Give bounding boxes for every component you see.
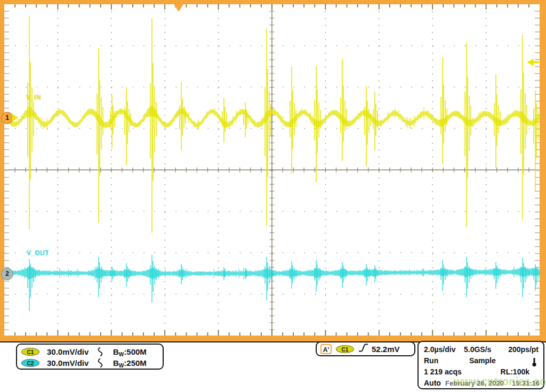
channel1-readout-row[interactable]: C1 30.0mV/div BW:500M — [17, 346, 163, 358]
channel1-ground-marker[interactable]: 1 — [1, 112, 13, 124]
trigger-readout-panel[interactable]: A' C1 52.2mV — [316, 341, 415, 356]
trace-label-vout: V_OUT — [27, 249, 49, 257]
record-length: RL:100k — [501, 368, 529, 376]
waveform-svg — [4, 4, 540, 336]
graticule-frame-left — [0, 0, 4, 341]
acquisition-state-row: Run Sample — [419, 356, 543, 368]
acq-state: Run — [424, 356, 438, 365]
trigger-level-value: 52.2mV — [372, 345, 400, 354]
ac-coupling-icon — [97, 358, 103, 370]
channel2-readout-row[interactable]: C2 30.0mV/div BW:250M — [17, 357, 163, 369]
graticule-frame-top — [0, 0, 546, 4]
channel2-bandwidth: BW:250M — [113, 358, 147, 369]
channel2-scale: 30.0mV/div — [47, 358, 89, 368]
sample-rate-value: 5.0GS/s — [464, 345, 491, 354]
trace-label-vin: V_IN — [26, 94, 41, 101]
channel1-bandwidth: BW:500M — [113, 347, 147, 357]
channel2-ground-marker[interactable]: 2 — [1, 268, 13, 280]
trigger-level-arrow-tail — [533, 61, 539, 63]
trigger-position-marker-icon[interactable] — [174, 4, 183, 12]
watermark: www.cntronics.com — [454, 375, 546, 388]
channel2-badge[interactable]: C2 — [21, 359, 39, 367]
channel1-marker-arrow-icon — [12, 114, 18, 121]
channel1-badge[interactable]: C1 — [21, 348, 39, 356]
resolution-value: 200ps/pt — [508, 345, 539, 354]
timebase-row: 2.0µs/div 5.0GS/s 200ps/pt — [419, 345, 543, 356]
vertical-readout-panel[interactable]: C1 30.0mV/div BW:500M C2 30.0mV/div BW:2… — [16, 344, 164, 370]
thermometer-icon — [532, 357, 537, 369]
channel1-scale: 30.0mV/div — [47, 347, 89, 356]
rising-edge-icon — [358, 343, 368, 355]
acq-count: 1 219 acqs — [424, 368, 462, 376]
oscilloscope-screen: { "watermark_text": "www.cntronics.com",… — [0, 0, 546, 392]
timebase-value: 2.0µs/div — [424, 345, 455, 354]
waveform-display[interactable] — [4, 4, 540, 336]
trigger-source-badge[interactable]: C1 — [336, 345, 354, 353]
trigger-aux-badge[interactable]: A' — [320, 344, 332, 354]
acq-mode: Sample — [469, 356, 496, 365]
graticule-frame-right — [540, 0, 546, 341]
trigger-mode: Auto — [424, 379, 441, 387]
